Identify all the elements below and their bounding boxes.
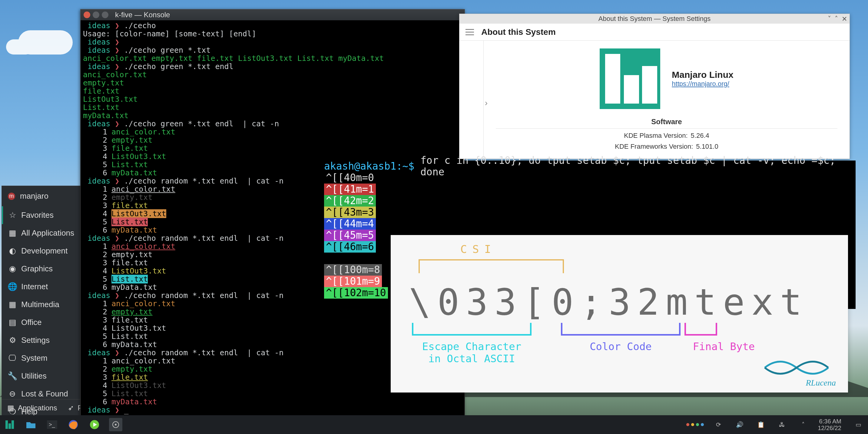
tray-updates-icon[interactable]: ⟳	[712, 418, 725, 431]
about-system-window[interactable]: About this System — System Settings ˅ ˄ …	[459, 13, 850, 159]
manjaro-logo-icon: m	[8, 193, 15, 200]
sidebar-item-label: Office	[21, 318, 41, 327]
svg-text:>_: >_	[49, 422, 55, 428]
start-menu-footer-apps[interactable]: Applications	[18, 404, 57, 412]
minimize-icon[interactable]: ˅	[828, 15, 831, 23]
start-button[interactable]	[3, 418, 17, 431]
taskbar-running-app[interactable]	[109, 418, 122, 431]
about-header: About this System	[460, 24, 849, 40]
about-info-row: KDE Plasma Version:5.26.4	[496, 132, 837, 140]
internet-icon: 🌐	[9, 282, 16, 291]
favorites-icon: ☆	[9, 211, 16, 220]
maximize-icon[interactable]	[102, 11, 108, 18]
sidebar-item-label: System	[21, 353, 48, 363]
ansi-escape-diagram: CSI \033[0;32mtext Escape Characterin Oc…	[391, 235, 848, 393]
svg-rect-2	[11, 421, 14, 429]
terminal-line: 6myData.txt	[83, 398, 462, 406]
sidebar-item-multimedia[interactable]: ▦Multimedia	[2, 296, 82, 313]
diagram-escape-sequence: \033[0;32mtext	[409, 281, 808, 323]
terminal2-row: ^[[44m=4	[324, 218, 856, 229]
sidebar-item-development[interactable]: ◐Development	[2, 242, 82, 260]
utilities-icon: 🔧	[9, 371, 16, 381]
about-content: Manjaro Linux https://manjaro.org/ Softw…	[484, 40, 849, 159]
tray-chevron-icon[interactable]: ˄	[797, 418, 810, 431]
start-menu[interactable]: m manjaro ☆Favorites▦All Applications◐De…	[1, 186, 82, 417]
svg-rect-1	[8, 424, 11, 429]
hamburger-icon[interactable]	[465, 29, 474, 35]
diagram-brand: RLucena	[806, 378, 836, 388]
konsole-titlebar[interactable]: k-five — Konsole	[81, 9, 465, 20]
konsole-title: k-five — Konsole	[115, 10, 170, 19]
taskbar[interactable]: >_ ⟳ 🔊 📋 🖧 ˄ 6:36 AM 12/26/22 ▭	[0, 415, 868, 434]
software-center-icon[interactable]	[88, 418, 101, 431]
sidebar-item-label: Internet	[21, 282, 48, 291]
sidebar-item-label: Development	[21, 246, 67, 256]
tray-dot-red-icon	[686, 423, 689, 426]
terminal-line: ideas ❯ _	[83, 406, 462, 414]
sidebar-item-label: Favorites	[21, 211, 54, 220]
sidebar-item-label: Multimedia	[21, 300, 59, 309]
wallpaper-cloud	[18, 30, 73, 55]
terminal-line: Usage: [color-name] [some-text] [endl]	[83, 30, 462, 38]
terminal-line: List.txt	[83, 103, 462, 112]
terminal-line: ListOut3.txt	[83, 95, 462, 103]
clock-time: 6:36 AM	[818, 418, 841, 425]
terminal2-command: for c in {0..10}; do tput setab $c; tput…	[421, 155, 856, 178]
diagram-colorcode-label: Color Code	[561, 340, 681, 352]
close-icon[interactable]: ✕	[842, 15, 847, 23]
sidebar-item-system[interactable]: 🖵System	[2, 349, 82, 367]
tray-network-icon[interactable]: 🖧	[775, 418, 789, 431]
about-window-title: About this System — System Settings	[598, 15, 711, 23]
development-icon: ◐	[9, 246, 16, 256]
sidebar-item-utilities[interactable]: 🔧Utilities	[2, 367, 82, 385]
terminal-line: 4ListOut3.txt	[83, 152, 462, 160]
about-titlebar[interactable]: About this System — System Settings ˅ ˄ …	[460, 14, 849, 24]
lost-and-found-icon: ⊖	[9, 389, 16, 399]
terminal-line: anci_color.txt empty.txt file.txt ListOu…	[83, 54, 462, 62]
start-menu-brand-label: manjaro	[20, 191, 49, 201]
close-icon[interactable]	[84, 11, 90, 18]
diagram-escape-bracket	[412, 323, 531, 336]
show-desktop-icon[interactable]: ▭	[851, 418, 865, 431]
terminal-line: ideas ❯	[83, 38, 462, 46]
terminal2-row: ^[[41m=1	[324, 184, 856, 195]
multimedia-icon: ▦	[9, 300, 16, 309]
file-manager-icon[interactable]	[24, 418, 37, 431]
firefox-icon[interactable]	[67, 418, 80, 431]
maximize-icon[interactable]: ˄	[835, 15, 838, 23]
sidebar-item-all-applications[interactable]: ▦All Applications	[2, 224, 82, 242]
taskbar-clock[interactable]: 6:36 AM 12/26/22	[818, 418, 844, 431]
tray-clipboard-icon[interactable]: 📋	[754, 418, 768, 431]
sidebar-item-office[interactable]: ▤Office	[2, 313, 82, 331]
graphics-icon: ◉	[9, 264, 16, 274]
settings-icon: ⚙	[9, 336, 16, 345]
tray-volume-icon[interactable]: 🔊	[733, 418, 746, 431]
sidebar-item-graphics[interactable]: ◉Graphics	[2, 260, 82, 278]
terminal-line: empty.txt	[83, 79, 462, 87]
tray-status-dots[interactable]	[686, 423, 704, 426]
system-icon: 🖵	[9, 353, 16, 363]
about-os-url[interactable]: https://manjaro.org/	[672, 80, 729, 88]
terminal-line: myData.txt	[83, 112, 462, 120]
about-software-heading: Software	[496, 118, 837, 129]
terminal2-prompt: akash@akasb1:~$	[324, 160, 414, 172]
terminal2-row: ^[[42m=2	[324, 195, 856, 207]
tray-dot-green-icon	[696, 423, 699, 426]
svg-rect-0	[5, 421, 8, 429]
sidebar-item-label: Settings	[21, 336, 50, 345]
sidebar-item-favorites[interactable]: ☆Favorites	[2, 206, 82, 224]
terminal-icon[interactable]: >_	[45, 418, 59, 431]
about-sidebar[interactable]: ›	[460, 40, 484, 159]
sidebar-item-label: Utilities	[21, 371, 46, 381]
minimize-icon[interactable]	[93, 11, 99, 18]
diagram-finalbyte-bracket	[684, 323, 717, 336]
sidebar-item-internet[interactable]: 🌐Internet	[2, 278, 82, 296]
start-menu-footer: ▦ Applications ➶ Pla	[2, 399, 82, 416]
terminal-line: ideas ❯ ./cecho green *.txt endl	[83, 62, 462, 70]
sidebar-item-settings[interactable]: ⚙Settings	[2, 331, 82, 349]
clock-date: 12/26/22	[818, 425, 841, 431]
terminal-line: 3file.txt	[83, 144, 462, 152]
diagram-csi-label: CSI	[460, 243, 496, 255]
tray-dot-yellow-icon	[691, 423, 694, 426]
about-os-name: Manjaro Linux	[672, 70, 733, 80]
